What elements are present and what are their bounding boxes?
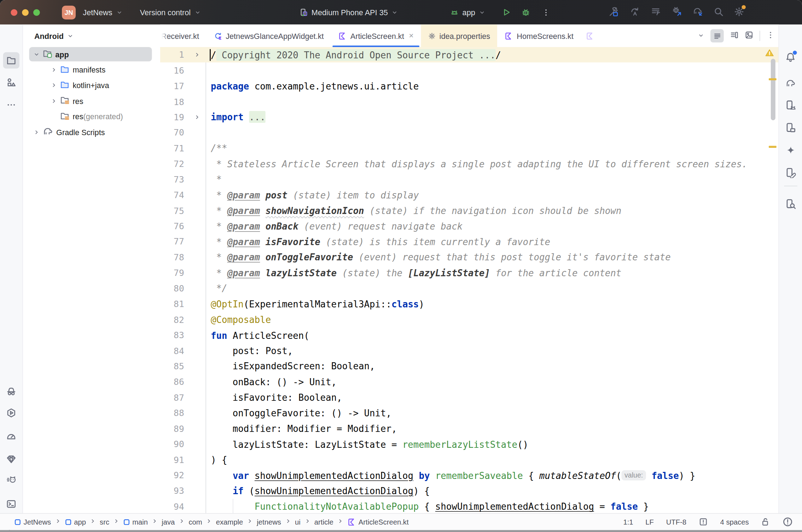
problems-widget[interactable] — [783, 517, 793, 527]
warning-stripe-mark[interactable] — [769, 78, 777, 80]
tree-item-app[interactable]: app — [23, 47, 160, 62]
tree-expand-toggle[interactable] — [50, 98, 58, 104]
tree-expand-toggle[interactable] — [32, 129, 40, 135]
project-view-selector[interactable]: Android — [34, 32, 160, 41]
fold-toggle[interactable] — [194, 112, 200, 122]
caret-position-widget[interactable]: 1:1 — [623, 518, 633, 526]
code-line-78[interactable]: 78 * @param onToggleFavorite (event) req… — [160, 249, 779, 265]
resource-manager-tool-button[interactable] — [3, 74, 19, 91]
code-line-88[interactable]: 88 onToggleFavorite: () -> Unit, — [160, 405, 779, 421]
run-configuration-selector[interactable]: app — [450, 8, 486, 17]
code-line-89[interactable]: 89 modifier: Modifier = Modifier, — [160, 421, 779, 436]
code-line-81[interactable]: 81@OptIn(ExperimentalMaterial3Api::class… — [160, 296, 779, 312]
device-manager-tool-button[interactable] — [782, 97, 798, 113]
fold-toggle[interactable] — [194, 50, 200, 60]
code-line-71[interactable]: 71/** — [160, 140, 779, 156]
settings-button[interactable] — [734, 6, 744, 18]
readonly-toggle[interactable] — [761, 517, 770, 526]
editor-tab-articlescreen-kt[interactable]: ArticleScreen.kt✕ — [331, 24, 421, 47]
breadcrumb-item-jetnews[interactable]: JetNews — [14, 518, 51, 526]
breadcrumb-item-app[interactable]: app — [65, 518, 86, 526]
tree-item-manifests[interactable]: manifests — [23, 62, 160, 78]
scrollbar-thumb[interactable] — [771, 59, 775, 120]
code-line-77[interactable]: 77 * @param isFavorite (state) is this i… — [160, 234, 779, 249]
editor-tab-jetnewsglanceappwidget-kt[interactable]: JetnewsGlanceAppWidget.kt — [206, 24, 331, 47]
logcat-cat-tool-button[interactable] — [3, 472, 19, 488]
gem-tool-button[interactable] — [3, 451, 19, 467]
more-horizontal-tool-button[interactable] — [3, 97, 19, 113]
device-spy-tool-button[interactable] — [3, 383, 19, 399]
structure-view-button[interactable] — [730, 31, 739, 41]
tree-expand-toggle[interactable] — [50, 66, 58, 73]
breadcrumb-item-src[interactable]: src — [100, 518, 109, 526]
vcs-widget[interactable]: Version control — [140, 8, 201, 17]
chevron-down-button[interactable] — [698, 31, 704, 40]
code-line-90[interactable]: 90 lazyListState: LazyListState = rememb… — [160, 436, 779, 452]
minimize-window-button[interactable] — [22, 9, 29, 16]
device-explorer-tool-button[interactable] — [782, 164, 798, 180]
breadcrumb-item-com[interactable]: com — [188, 518, 202, 526]
editor-tab-homescreens-kt[interactable]: HomeScreens.kt — [497, 24, 581, 47]
kebab-button[interactable] — [766, 31, 775, 41]
services-hexagon-tool-button[interactable] — [3, 405, 19, 421]
code-line-1[interactable]: 1/ Copyright 2020 The Android Open Sourc… — [160, 47, 779, 63]
code-line-79[interactable]: 79 * @param lazyListState (state) the [L… — [160, 265, 779, 281]
editor-tab-overflow-partial[interactable] — [581, 24, 600, 47]
debug-attach-button[interactable] — [672, 6, 682, 18]
app-inspection-tool-button[interactable] — [782, 196, 798, 212]
zoom-window-button[interactable] — [33, 9, 40, 16]
code-line-80[interactable]: 80 */ — [160, 281, 779, 296]
project-selector[interactable]: JetNews — [83, 8, 122, 17]
close-window-button[interactable] — [11, 9, 17, 16]
code-line-74[interactable]: 74 * @param post (state) item to display — [160, 187, 779, 203]
breadcrumb-item-main[interactable]: main — [123, 518, 148, 526]
gradle-sync-button[interactable] — [692, 6, 703, 18]
debug-button[interactable] — [521, 8, 530, 17]
gemini-sparkle-tool-button[interactable] — [782, 142, 798, 158]
more-run-actions-button[interactable] — [542, 8, 551, 17]
code-editor[interactable]: 1/ Copyright 2020 The Android Open Sourc… — [160, 47, 779, 514]
tree-item-res[interactable]: res — [23, 93, 160, 109]
encoding-widget[interactable]: UTF-8 — [666, 518, 686, 526]
run-button[interactable] — [502, 8, 511, 17]
code-line-18[interactable]: 18 — [160, 94, 779, 109]
file-warning-indicator[interactable] — [765, 48, 774, 57]
code-line-86[interactable]: 86 onBack: () -> Unit, — [160, 374, 779, 390]
notifications-bell-tool-button[interactable] — [782, 48, 798, 65]
code-line-73[interactable]: 73 * — [160, 172, 779, 187]
profiler-gauge-tool-button[interactable] — [3, 428, 19, 444]
code-line-87[interactable]: 87 isFavorite: Boolean, — [160, 390, 779, 405]
tree-item-gradle-scripts[interactable]: Gradle Scripts — [23, 124, 160, 140]
code-line-85[interactable]: 85 isExpandedScreen: Boolean, — [160, 359, 779, 374]
build-hammer-button[interactable] — [609, 6, 619, 18]
breadcrumb-item-article[interactable]: article — [314, 518, 333, 526]
gradle-elephant-tool-button[interactable] — [782, 75, 798, 91]
device-selector[interactable]: Medium Phone API 35 — [299, 8, 398, 17]
code-line-83[interactable]: 83fun ArticleScreen( — [160, 328, 779, 343]
warning-stripe-mark[interactable] — [769, 146, 777, 148]
history-button[interactable] — [651, 6, 661, 18]
editor-tab-idea-properties[interactable]: idea.properties — [421, 24, 498, 47]
code-line-91[interactable]: 91) { — [160, 452, 779, 468]
tree-item-res[interactable]: res (generated) — [23, 109, 160, 124]
code-line-19[interactable]: 19import ... — [160, 109, 779, 125]
code-line-17[interactable]: 17package com.example.jetnews.ui.article — [160, 78, 779, 94]
code-line-84[interactable]: 84 post: Post, — [160, 343, 779, 359]
line-separator-widget[interactable]: LF — [645, 518, 654, 526]
code-line-16[interactable]: 16 — [160, 63, 779, 78]
reader-mode-button[interactable] — [710, 29, 724, 42]
breadcrumb-item-articlescreen-kt[interactable]: ArticleScreen.kt — [347, 517, 409, 526]
close-tab-icon[interactable]: ✕ — [409, 32, 414, 39]
code-line-93[interactable]: 93 if (showUnimplementedActionDialog) { — [160, 483, 779, 499]
code-line-94[interactable]: 94 FunctionalityNotAvailablePopup { show… — [160, 499, 779, 514]
breadcrumb-item-ui[interactable]: ui — [295, 518, 301, 526]
preview-image-button[interactable] — [745, 31, 754, 41]
breadcrumb-item-java[interactable]: java — [162, 518, 175, 526]
code-line-75[interactable]: 75 * @param showNavigationIcon (state) i… — [160, 203, 779, 218]
highlighting-widget[interactable] — [699, 517, 708, 526]
code-line-82[interactable]: 82@Composable — [160, 312, 779, 328]
search-button[interactable] — [714, 6, 724, 18]
running-devices-tool-button[interactable] — [782, 119, 798, 135]
terminal-tool-button[interactable] — [3, 496, 19, 512]
tree-expand-toggle[interactable] — [32, 51, 40, 58]
